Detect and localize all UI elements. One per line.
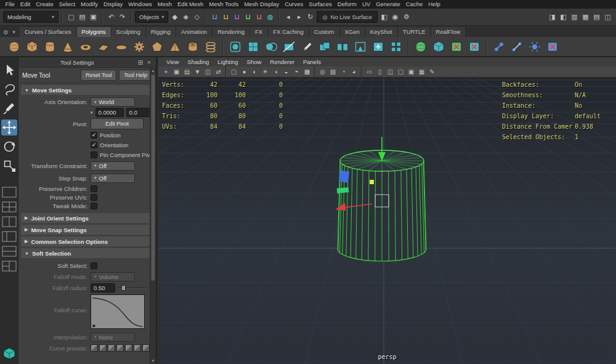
panel-titlebar[interactable]: Tool Settings ⊞ ×: [18, 57, 156, 68]
gamma-icon[interactable]: ◕: [349, 67, 359, 77]
menu-edit[interactable]: Edit: [17, 0, 33, 9]
snap-grid-icon[interactable]: ⊔: [209, 11, 220, 23]
edit-pivot-button[interactable]: Edit Pivot: [91, 118, 144, 129]
shelf-tab-fx[interactable]: FX: [250, 27, 268, 37]
preset-crater[interactable]: [125, 344, 132, 352]
ipr-render-icon[interactable]: ◉: [390, 11, 400, 23]
transform-constraint-dropdown[interactable]: ▾ Off: [91, 161, 135, 171]
output-connections-icon[interactable]: ▸: [294, 11, 304, 23]
shelf-tab-animation[interactable]: Animation: [176, 27, 213, 37]
separate-icon[interactable]: [334, 39, 351, 55]
subdivide-icon[interactable]: [245, 39, 261, 55]
menu-select[interactable]: Select: [56, 0, 78, 9]
soft-select-checkbox[interactable]: ✓: [91, 262, 97, 269]
new-scene-icon[interactable]: ▢: [66, 11, 76, 23]
preset-stairs[interactable]: [142, 344, 150, 352]
smooth-mesh-icon[interactable]: [227, 39, 243, 55]
vp-menu-show[interactable]: Show: [243, 59, 266, 65]
isolate-select-icon[interactable]: ◎: [317, 67, 328, 77]
vp-menu-view[interactable]: View: [162, 59, 183, 65]
vp-menu-panels[interactable]: Panels: [299, 59, 325, 65]
close-icon[interactable]: ×: [145, 59, 153, 66]
ik-handle-icon[interactable]: [509, 39, 525, 55]
gate-mask-icon[interactable]: ◫: [385, 67, 395, 77]
menu-deform[interactable]: Deform: [334, 0, 359, 9]
position-checkbox[interactable]: ✓: [91, 132, 97, 139]
smooth-shaded-sphere-icon[interactable]: [413, 39, 429, 55]
lights-icon[interactable]: ☀: [260, 67, 270, 77]
menu-uv[interactable]: UV: [359, 0, 373, 9]
poly-plane-icon[interactable]: [95, 39, 111, 55]
scroll-down-icon[interactable]: ▼: [150, 358, 156, 364]
selection-mode-dropdown[interactable]: Objects ▾: [135, 11, 168, 23]
hud-toggle-icon[interactable]: ▦: [416, 67, 427, 77]
shelf-tab-polygons[interactable]: Polygons: [77, 27, 111, 37]
scale-tool[interactable]: [1, 158, 17, 174]
vp-menu-lighting[interactable]: Lighting: [213, 59, 242, 65]
exposure-icon[interactable]: ◔: [338, 67, 349, 77]
scroll-up-icon[interactable]: ▲: [150, 68, 156, 74]
dock-icon[interactable]: ⊞: [136, 59, 145, 66]
persp-outliner-layout-button[interactable]: [2, 230, 17, 242]
viewport-canvas[interactable]: Verts:42420Edges:1001000Faces:60600Tris:…: [158, 78, 616, 364]
open-scene-icon[interactable]: ▤: [77, 11, 87, 23]
snap-curve-icon[interactable]: ⊔: [221, 11, 231, 23]
preset-linear[interactable]: [108, 344, 115, 352]
paint-select-tool[interactable]: [1, 100, 17, 116]
image-plane-icon[interactable]: ◫: [203, 67, 213, 77]
menu-surfaces[interactable]: Surfaces: [306, 0, 335, 9]
section-common-selection-options[interactable]: ▶ Common Selection Options: [21, 237, 153, 246]
falloff-mode-dropdown[interactable]: ▾ Volume: [91, 272, 135, 281]
preset-hard[interactable]: [116, 344, 124, 352]
vp-menu-shading[interactable]: Shading: [183, 59, 213, 65]
rotate-tool[interactable]: [1, 139, 17, 155]
section-soft-selection[interactable]: ▼ Soft Selection: [21, 248, 153, 258]
falloff-radius-slider[interactable]: [118, 285, 150, 291]
hypershade-persp-layout-button[interactable]: [2, 260, 17, 272]
section-joint-orient-settings[interactable]: ▶ Joint Orient Settings: [21, 213, 153, 223]
bind-skin-icon[interactable]: [527, 39, 543, 55]
menu-file[interactable]: File: [2, 0, 17, 9]
menu-display[interactable]: Display: [101, 0, 126, 9]
wireframe-icon[interactable]: ▢: [229, 67, 239, 77]
boolean-union-icon[interactable]: [263, 39, 279, 55]
shelf-tab-turtle[interactable]: TURTLE: [398, 27, 431, 37]
menu-help[interactable]: Help: [426, 0, 444, 9]
resolution-gate-icon[interactable]: ▯: [375, 67, 385, 77]
poly-torus-icon[interactable]: [78, 39, 94, 55]
safe-action-icon[interactable]: ▢: [395, 67, 406, 77]
poly-cylinder-icon[interactable]: [42, 39, 58, 55]
shelf-tab-xgen[interactable]: XGen: [340, 27, 365, 37]
tool-help-button[interactable]: Tool Help: [119, 70, 152, 81]
tool-settings-toggle-icon[interactable]: ◧: [558, 11, 569, 23]
persp-graph-layout-button[interactable]: [2, 245, 17, 257]
step-snap-dropdown[interactable]: ▾ Off: [91, 174, 135, 183]
save-scene-icon[interactable]: ▣: [88, 11, 99, 23]
pin-component-pivot-checkbox[interactable]: ✓: [91, 152, 97, 158]
grease-pencil-icon[interactable]: ✎: [427, 67, 437, 77]
combine-icon[interactable]: [317, 39, 333, 55]
attribute-editor-toggle-icon[interactable]: ◨: [547, 11, 557, 23]
scrollbar-thumb[interactable]: [151, 75, 155, 281]
modeling-toolkit-button[interactable]: [1, 346, 17, 362]
menu-mesh[interactable]: Mesh: [155, 0, 174, 9]
menu-curves[interactable]: Curves: [282, 0, 306, 9]
shelf-tab-sculpting[interactable]: Sculpting: [111, 27, 146, 37]
menu-mesh-tools[interactable]: Mesh Tools: [206, 0, 241, 9]
pan-zoom-icon[interactable]: ⇄: [213, 67, 224, 77]
tweak-mode-checkbox[interactable]: ✓: [91, 203, 97, 209]
component-mask-icon[interactable]: ◇: [192, 11, 202, 23]
modeling-toolkit-toggle-icon[interactable]: ▦: [580, 11, 591, 23]
bookmarks-icon[interactable]: ▼: [192, 67, 203, 77]
section-move-snap-settings[interactable]: ▶ Move Snap Settings: [21, 225, 153, 235]
shelf-tab-realflow[interactable]: RealFlow: [431, 27, 466, 37]
shelf-menu-arrow-icon[interactable]: ▼: [10, 27, 17, 37]
joint-tool-icon[interactable]: [491, 39, 507, 55]
object-mask-icon[interactable]: ◈: [180, 11, 191, 23]
redo-icon[interactable]: ↷: [117, 11, 128, 23]
axis-orientation-dropdown[interactable]: ▾ World: [91, 97, 135, 107]
shelf-gear-icon[interactable]: ⚙: [2, 27, 9, 37]
panel-scrollbar[interactable]: ▲ ▼: [150, 68, 156, 364]
poly-gear-icon[interactable]: [131, 39, 147, 55]
menuset-dropdown[interactable]: Modeling ▾: [3, 11, 59, 23]
